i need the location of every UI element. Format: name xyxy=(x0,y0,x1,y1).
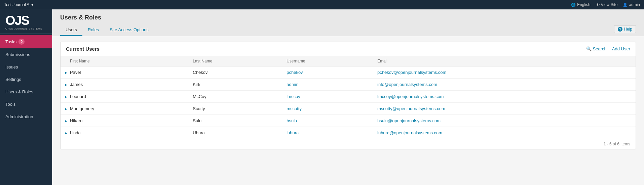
cell-username[interactable]: admin xyxy=(282,79,373,91)
topbar: Test Journal A ▾ English View Site admin xyxy=(0,0,644,9)
help-icon: ? xyxy=(618,27,622,32)
users-section: Current Users 🔍 Search Add User First Na… xyxy=(60,42,636,149)
sidebar: OJS OPEN JOURNAL SYSTEMS Tasks 0 Submiss… xyxy=(0,9,52,185)
sidebar-item-issues[interactable]: Issues xyxy=(0,61,52,73)
cell-username[interactable]: mscotty xyxy=(282,103,373,115)
section-actions: 🔍 Search Add User xyxy=(586,46,630,51)
admin-link[interactable]: admin xyxy=(623,2,640,7)
admin-label: admin xyxy=(629,2,640,7)
sidebar-item-tools[interactable]: Tools xyxy=(0,98,52,110)
sidebar-item-administration[interactable]: Administration xyxy=(0,110,52,123)
cell-last-name: Scotty xyxy=(189,103,282,115)
topbar-right: English View Site admin xyxy=(571,2,640,7)
content: Current Users 🔍 Search Add User First Na… xyxy=(52,36,644,185)
cell-last-name: Kirk xyxy=(189,79,282,91)
table-header: First Name Last Name Username Email xyxy=(61,56,636,66)
tabs: Users Roles Site Access Options xyxy=(60,25,154,36)
cell-first-name: ►Leonard xyxy=(61,91,189,103)
cell-email[interactable]: mscotty@openjournalsystems.com xyxy=(373,103,636,115)
page-header: Users & Roles Users Roles Site Access Op… xyxy=(52,9,644,36)
layout: OJS OPEN JOURNAL SYSTEMS Tasks 0 Submiss… xyxy=(0,9,644,185)
cell-first-name: ►James xyxy=(61,79,189,91)
table-row[interactable]: ►Pavel Chekov pchekov pchekov@openjourna… xyxy=(61,66,636,79)
cell-username[interactable]: lmccoy xyxy=(282,91,373,103)
ojs-subtitle: OPEN JOURNAL SYSTEMS xyxy=(5,28,47,30)
table-row[interactable]: ►Linda Uhura luhura luhura@openjournalsy… xyxy=(61,127,636,139)
sidebar-nav: Tasks 0 Submissions Issues Settings User… xyxy=(0,34,52,185)
cell-username[interactable]: luhura xyxy=(282,127,373,139)
ojs-logo-text: OJS xyxy=(5,14,47,27)
search-label: Search xyxy=(593,46,607,51)
journal-dropdown-arrow[interactable]: ▾ xyxy=(31,2,33,7)
expand-icon[interactable]: ► xyxy=(65,71,68,75)
cell-last-name: Sulu xyxy=(189,115,282,127)
col-email: Email xyxy=(373,56,636,66)
sidebar-logo: OJS OPEN JOURNAL SYSTEMS xyxy=(0,9,52,34)
cell-email[interactable]: luhura@openjournalsystems.com xyxy=(373,127,636,139)
eye-icon xyxy=(596,2,600,7)
main: Users & Roles Users Roles Site Access Op… xyxy=(52,9,644,185)
sidebar-item-settings[interactable]: Settings xyxy=(0,73,52,86)
cell-email[interactable]: pchekov@openjournalsystems.com xyxy=(373,66,636,79)
section-title: Current Users xyxy=(66,46,100,52)
expand-icon[interactable]: ► xyxy=(65,95,68,99)
table-row[interactable]: ►Hikaru Sulu hsulu hsulu@openjournalsyst… xyxy=(61,115,636,127)
col-last-name: Last Name xyxy=(189,56,282,66)
cell-last-name: Chekov xyxy=(189,66,282,79)
pagination-info: 1 - 6 of 6 items xyxy=(61,139,636,149)
cell-email[interactable]: hsulu@openjournalsystems.com xyxy=(373,115,636,127)
cell-email[interactable]: lmccoy@openjournalsystems.com xyxy=(373,91,636,103)
tasks-label: Tasks xyxy=(5,39,16,44)
tab-users[interactable]: Users xyxy=(60,25,82,36)
sidebar-item-submissions[interactable]: Submissions xyxy=(0,48,52,61)
help-button[interactable]: ? Help xyxy=(614,25,636,33)
sidebar-item-users-roles[interactable]: Users & Roles xyxy=(0,86,52,98)
cell-first-name: ►Linda xyxy=(61,127,189,139)
tab-roles[interactable]: Roles xyxy=(82,25,104,36)
search-icon: 🔍 xyxy=(586,46,592,51)
user-icon xyxy=(623,2,628,7)
cell-first-name: ►Hikaru xyxy=(61,115,189,127)
tasks-badge: 0 xyxy=(18,39,25,45)
expand-icon[interactable]: ► xyxy=(65,107,68,111)
page-title: Users & Roles xyxy=(60,14,636,21)
english-link[interactable]: English xyxy=(571,2,590,7)
journal-name[interactable]: Test Journal A xyxy=(4,2,29,7)
sidebar-item-tasks[interactable]: Tasks 0 xyxy=(0,35,52,48)
cell-email[interactable]: info@openjournalsystems.com xyxy=(373,79,636,91)
table-row[interactable]: ►Montgomery Scotty mscotty mscotty@openj… xyxy=(61,103,636,115)
col-first-name: First Name xyxy=(61,56,189,66)
expand-icon[interactable]: ► xyxy=(65,131,68,135)
view-site-link[interactable]: View Site xyxy=(596,2,618,7)
help-label: Help xyxy=(624,27,632,32)
cell-last-name: McCoy xyxy=(189,91,282,103)
english-label: English xyxy=(577,2,590,7)
cell-last-name: Uhura xyxy=(189,127,282,139)
search-button[interactable]: 🔍 Search xyxy=(586,46,607,51)
tab-site-access[interactable]: Site Access Options xyxy=(104,25,154,36)
view-site-label: View Site xyxy=(601,2,618,7)
cell-first-name: ►Montgomery xyxy=(61,103,189,115)
expand-icon[interactable]: ► xyxy=(65,83,68,87)
table-row[interactable]: ►Leonard McCoy lmccoy lmccoy@openjournal… xyxy=(61,91,636,103)
expand-icon[interactable]: ► xyxy=(65,119,68,123)
users-table: First Name Last Name Username Email ►Pav… xyxy=(61,56,636,139)
cell-username[interactable]: hsulu xyxy=(282,115,373,127)
cell-first-name: ►Pavel xyxy=(61,66,189,79)
section-header: Current Users 🔍 Search Add User xyxy=(61,42,636,56)
topbar-left: Test Journal A ▾ xyxy=(4,2,33,7)
add-user-button[interactable]: Add User xyxy=(612,46,630,51)
globe-icon xyxy=(571,2,576,7)
table-row[interactable]: ►James Kirk admin info@openjournalsystem… xyxy=(61,79,636,91)
cell-username[interactable]: pchekov xyxy=(282,66,373,79)
col-username: Username xyxy=(282,56,373,66)
table-body: ►Pavel Chekov pchekov pchekov@openjourna… xyxy=(61,66,636,139)
